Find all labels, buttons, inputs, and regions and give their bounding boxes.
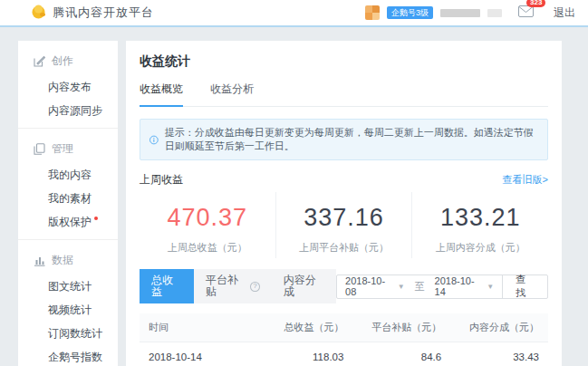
start-date-select[interactable]: 2018-10-08 ▼ <box>337 275 413 297</box>
app-title: 腾讯内容开放平台 <box>53 5 154 21</box>
segment-label: 平台补贴 <box>206 274 246 298</box>
user-avatar[interactable] <box>365 5 380 20</box>
sidebar-item-content-publish[interactable]: 内容发布 <box>18 75 118 99</box>
revenue-table: 时间 总收益（元） 平台补贴（元） 内容分成（元） 2018-10-14 118… <box>140 313 548 366</box>
chevron-down-icon: ▼ <box>398 283 405 291</box>
cell-date: 2018-10-14 <box>140 342 266 366</box>
sidebar-item-content-sync[interactable]: 内容源同步 <box>18 99 118 122</box>
tab-revenue-analysis[interactable]: 收益分析 <box>210 82 254 106</box>
help-icon[interactable]: ? <box>250 282 259 292</box>
column-total-revenue: 总收益（元） <box>266 313 353 342</box>
sidebar-item-my-material[interactable]: 我的素材 <box>18 187 118 210</box>
stat-platform-subsidy: 337.16 上周平台补贴（元） <box>275 192 412 258</box>
username-redacted-2 <box>487 9 502 17</box>
top-bar: 腾讯内容开放平台 企鹅号3级 323 退出 <box>0 0 588 27</box>
filter-controls: 总收益 平台补贴 ? 内容分成 2018-10-08 ▼ 至 2018-10-1… <box>140 269 548 303</box>
notice-text: 提示：分成收益由每日更新变更为每周更新，每周二更新上一周数据。如遇法定节假日则顺… <box>165 126 538 153</box>
sidebar-header-data: 数据 <box>18 246 118 274</box>
stat-label: 上周平台补贴（元） <box>276 241 412 255</box>
user-area: 企鹅号3级 323 退出 <box>365 5 575 21</box>
bar-chart-icon <box>34 255 45 266</box>
notice-banner: 提示：分成收益由每日更新变更为每周更新，每周二更新上一周数据。如遇法定节假日则顺… <box>140 119 548 160</box>
column-content-share: 内容分成（元） <box>450 313 548 342</box>
sidebar-header-manage: 管理 <box>18 135 118 163</box>
tab-bar: 收益概览 收益分析 <box>140 82 548 107</box>
main-panel: 收益统计 收益概览 收益分析 提示：分成收益由每日更新变更为每周更新，每周二更新… <box>126 41 562 366</box>
stat-total-revenue: 470.37 上周总收益（元） <box>140 192 275 258</box>
sidebar-header-create: 创作 <box>18 47 118 75</box>
column-date: 时间 <box>140 313 266 342</box>
sidebar-item-label: 版权保护 <box>48 216 92 228</box>
table-row: 2018-10-14 118.03 84.6 33.43 <box>140 342 548 366</box>
stat-label: 上周内容分成（元） <box>412 241 548 255</box>
info-icon <box>149 134 159 146</box>
sidebar-item-copyright[interactable]: 版权保护 <box>18 210 118 234</box>
sidebar-section-data: 数据 图文统计 视频统计 订阅数统计 企鹅号指数 <box>18 240 118 366</box>
stat-value: 133.21 <box>412 204 548 232</box>
sidebar-section-label: 数据 <box>52 253 73 268</box>
search-button[interactable]: 查找 <box>502 275 547 298</box>
sidebar-item-penguin-index[interactable]: 企鹅号指数 <box>18 345 118 366</box>
date-range-separator: 至 <box>413 280 427 294</box>
stat-label: 上周总收益（元） <box>140 241 275 255</box>
messages-button[interactable]: 323 <box>518 5 534 21</box>
sidebar-item-my-content[interactable]: 我的内容 <box>18 163 118 187</box>
cell-share: 33.43 <box>450 342 548 366</box>
sidebar-item-video-stats[interactable]: 视频统计 <box>18 298 118 322</box>
table-header-row: 时间 总收益（元） 平台补贴（元） 内容分成（元） <box>140 313 548 342</box>
message-count-badge: 323 <box>526 0 545 7</box>
last-week-label: 上周收益 <box>140 172 183 188</box>
cell-total: 118.03 <box>266 342 353 366</box>
tab-revenue-overview[interactable]: 收益概览 <box>140 82 183 107</box>
document-icon <box>34 143 45 155</box>
penguin-logo-icon <box>31 4 46 23</box>
sidebar-item-subscriber-stats[interactable]: 订阅数统计 <box>18 322 118 345</box>
view-old-version-link[interactable]: 查看旧版> <box>503 173 548 187</box>
last-week-header: 上周收益 查看旧版> <box>140 172 548 188</box>
sidebar: 创作 内容发布 内容源同步 管理 我的内容 我的素材 版权保护 数据 图文统计 <box>18 41 118 366</box>
username-redacted <box>440 9 480 17</box>
end-date-select[interactable]: 2018-10-14 ▼ <box>427 275 503 297</box>
date-range-picker: 2018-10-08 ▼ 至 2018-10-14 ▼ 查找 <box>336 274 548 299</box>
stat-content-share: 133.21 上周内容分成（元） <box>411 192 548 258</box>
segment-content-share[interactable]: 内容分成 <box>272 269 336 303</box>
sidebar-section-label: 创作 <box>52 53 73 69</box>
segment-platform-subsidy[interactable]: 平台补贴 ? <box>194 269 272 303</box>
logout-button[interactable]: 退出 <box>554 5 575 21</box>
stat-value: 337.16 <box>276 204 412 232</box>
chevron-down-icon: ▼ <box>487 283 494 291</box>
brand: 腾讯内容开放平台 <box>31 4 154 23</box>
sidebar-section-label: 管理 <box>52 141 73 157</box>
start-date-value: 2018-10-08 <box>345 275 393 297</box>
stat-value: 470.37 <box>140 204 275 232</box>
sidebar-item-article-stats[interactable]: 图文统计 <box>18 274 118 298</box>
revenue-type-segments: 总收益 平台补贴 ? 内容分成 <box>140 269 336 303</box>
segment-total-revenue[interactable]: 总收益 <box>140 269 194 303</box>
weekly-stats: 470.37 上周总收益（元） 337.16 上周平台补贴（元） 133.21 … <box>140 192 548 258</box>
sidebar-section-manage: 管理 我的内容 我的素材 版权保护 <box>18 129 118 240</box>
column-platform-subsidy: 平台补贴（元） <box>352 313 450 342</box>
page-title: 收益统计 <box>140 53 548 70</box>
end-date-value: 2018-10-14 <box>435 275 483 297</box>
edit-icon <box>34 55 45 67</box>
sidebar-section-create: 创作 内容发布 内容源同步 <box>18 41 118 129</box>
cell-subsidy: 84.6 <box>352 342 450 366</box>
notification-dot <box>94 217 98 220</box>
account-level-badge: 企鹅号3级 <box>387 6 433 19</box>
